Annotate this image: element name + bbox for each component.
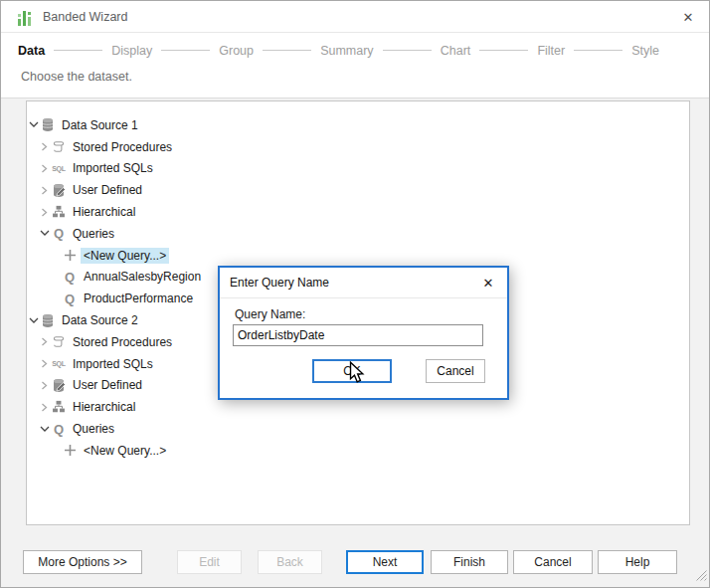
tree-node-label[interactable]: ProductPerformance: [81, 291, 196, 306]
mouse-cursor-icon: [349, 361, 368, 388]
step-connector: [54, 50, 102, 51]
chevron-collapsed-icon[interactable]: [40, 142, 51, 151]
sql-icon: SQL: [51, 360, 67, 367]
query-icon: Q: [62, 293, 78, 305]
tree-node-label[interactable]: User Defined: [70, 377, 145, 393]
query-name-label: Query Name:: [235, 307, 305, 321]
database-icon: [40, 313, 56, 328]
tree-row[interactable]: Hierarchical: [27, 201, 689, 223]
tree-node-label[interactable]: Hierarchical: [70, 204, 138, 220]
dialog-cancel-button[interactable]: Cancel: [426, 359, 485, 383]
help-button[interactable]: Help: [598, 550, 677, 574]
scroll-icon: [51, 334, 67, 349]
plus-icon: [62, 444, 78, 457]
app-logo-icon: [18, 8, 36, 26]
query-name-input[interactable]: [233, 324, 483, 346]
step-subtitle: Choose the dataset.: [21, 70, 132, 84]
database-icon: [40, 117, 56, 132]
plus-icon: [62, 249, 78, 262]
tree-row[interactable]: User Defined: [27, 179, 689, 201]
more-options-button[interactable]: More Options >>: [23, 550, 142, 574]
tree-row[interactable]: QQueries: [27, 223, 689, 245]
wizard-step-data[interactable]: Data: [18, 44, 45, 58]
chevron-expanded-icon[interactable]: [29, 316, 40, 325]
edit-button: Edit: [177, 550, 242, 574]
back-button: Back: [258, 550, 322, 574]
wizard-step-group[interactable]: Group: [219, 44, 254, 58]
chevron-collapsed-icon[interactable]: [40, 164, 51, 173]
tree-row[interactable]: SQLImported SQLs: [27, 158, 689, 180]
chevron-collapsed-icon[interactable]: [40, 403, 51, 412]
step-connector: [574, 50, 622, 51]
window-title: Banded Wizard: [43, 10, 127, 24]
tree-node-label[interactable]: <New Query...>: [81, 248, 169, 264]
database-edit-icon: [51, 183, 67, 198]
titlebar: Banded Wizard ✕: [1, 1, 709, 33]
window-close-icon[interactable]: ✕: [679, 8, 697, 26]
tree-node-label[interactable]: Queries: [70, 226, 117, 242]
finish-button[interactable]: Finish: [431, 550, 508, 574]
org-chart-icon: [51, 205, 67, 219]
query-icon: Q: [51, 423, 67, 436]
chevron-expanded-icon[interactable]: [29, 120, 40, 129]
step-connector: [263, 50, 311, 51]
tree-node-label[interactable]: User Defined: [70, 182, 145, 198]
tree-node-label[interactable]: Stored Procedures: [70, 334, 175, 350]
step-connector: [383, 50, 432, 51]
wizard-steps: DataDisplayGroupSummaryChartFilterStyle: [18, 42, 659, 59]
chevron-expanded-icon[interactable]: [40, 229, 51, 238]
wizard-step-filter[interactable]: Filter: [537, 44, 565, 58]
banded-wizard-window: Banded Wizard ✕ DataDisplayGroupSummaryC…: [0, 0, 710, 588]
step-connector: [161, 50, 210, 51]
org-chart-icon: [51, 400, 67, 414]
cancel-button[interactable]: Cancel: [513, 550, 593, 574]
wizard-step-chart[interactable]: Chart: [441, 44, 471, 58]
tree-node-label[interactable]: Data Source 2: [59, 312, 141, 328]
dialog-close-icon[interactable]: ✕: [479, 276, 497, 291]
sql-icon: SQL: [51, 165, 67, 172]
scroll-icon: [51, 139, 67, 154]
step-connector: [479, 50, 528, 51]
wizard-step-style[interactable]: Style: [631, 44, 659, 58]
wizard-step-display[interactable]: Display: [111, 44, 152, 58]
tree-row[interactable]: <New Query...>: [27, 245, 689, 267]
database-edit-icon: [51, 378, 67, 393]
wizard-step-summary[interactable]: Summary: [320, 44, 373, 58]
tree-row[interactable]: <New Query...>: [27, 440, 689, 462]
query-icon: Q: [62, 271, 78, 284]
tree-row[interactable]: Data Source 1: [27, 114, 689, 136]
chevron-collapsed-icon[interactable]: [40, 359, 51, 368]
next-button[interactable]: Next: [346, 550, 424, 574]
resize-grip[interactable]: [696, 567, 707, 585]
chevron-collapsed-icon[interactable]: [40, 208, 51, 217]
dialog-title: Enter Query Name: [230, 276, 329, 290]
tree-row[interactable]: QQueries: [27, 418, 689, 440]
tree-node-label[interactable]: Imported SQLs: [70, 160, 156, 176]
tree-node-label[interactable]: Hierarchical: [70, 399, 138, 415]
tree-node-label[interactable]: Imported SQLs: [70, 356, 156, 372]
tree-node-label[interactable]: Data Source 1: [59, 117, 141, 133]
dialog-titlebar: Enter Query Name ✕: [220, 268, 507, 298]
chevron-collapsed-icon[interactable]: [40, 381, 51, 390]
tree-row[interactable]: Stored Procedures: [27, 136, 689, 158]
tree-node-label[interactable]: Queries: [70, 421, 117, 437]
chevron-expanded-icon[interactable]: [40, 425, 51, 434]
chevron-collapsed-icon[interactable]: [40, 337, 51, 346]
tree-node-label[interactable]: AnnualSalesbyRegion: [81, 269, 204, 285]
tree-node-label[interactable]: <New Query...>: [81, 443, 169, 459]
query-icon: Q: [51, 227, 67, 240]
tree-node-label[interactable]: Stored Procedures: [70, 139, 175, 155]
chevron-collapsed-icon[interactable]: [40, 186, 51, 195]
